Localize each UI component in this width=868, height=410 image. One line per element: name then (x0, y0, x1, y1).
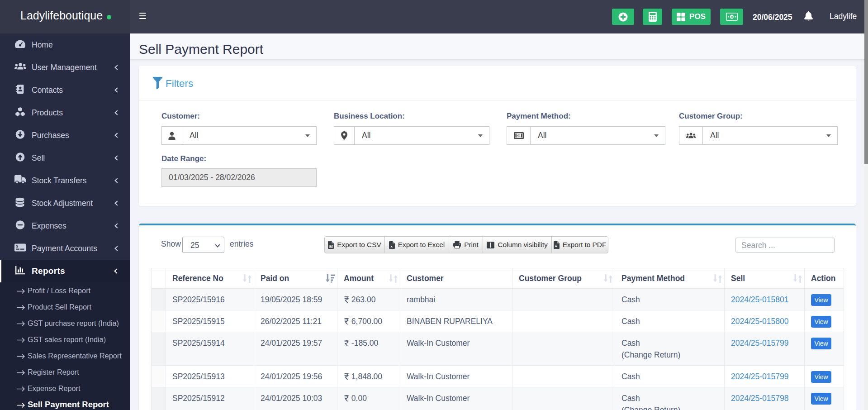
svg-text:0: 0 (730, 15, 733, 19)
svg-text:$: $ (16, 244, 18, 248)
svg-text:x: x (390, 244, 393, 248)
svg-text:0: 0 (518, 134, 520, 137)
svg-text:CSV: CSV (329, 245, 334, 248)
